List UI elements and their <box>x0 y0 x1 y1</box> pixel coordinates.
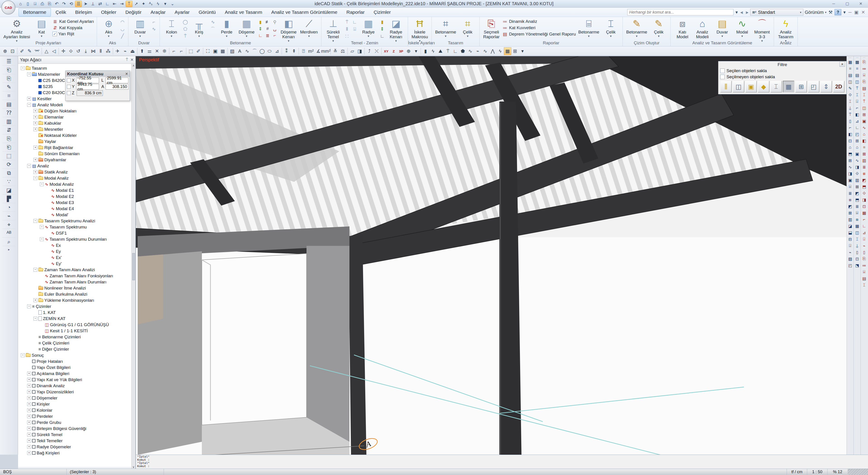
quick-analysis-icon[interactable]: ϟ <box>155 1 161 7</box>
right-tool-icon-1-23[interactable]: ◩ <box>847 203 854 210</box>
tree-item-modal-e3[interactable]: ∿Modal E3 <box>20 200 131 206</box>
tree-item-ba-kiri-leri[interactable]: +Bağ Kirişleri <box>20 450 131 456</box>
toolbar-profile-select[interactable]: ⊠ᵈ Standart ▾ <box>750 9 803 16</box>
tree-item-tasar-m-spektrumu[interactable]: −∿Tasarım Spektrumu <box>20 224 131 230</box>
right-tool-icon-3-3[interactable]: ⌸ <box>861 72 868 79</box>
tree-item-dsf1[interactable]: ∿DSF1 <box>20 230 131 236</box>
right-tool-icon-1-17[interactable]: ∿ <box>847 164 854 170</box>
tree-item-ey[interactable]: ∿Ey' <box>20 261 131 267</box>
new-file-icon[interactable]: ▯ <box>24 1 31 7</box>
right-tool-icon-1-8[interactable]: ⍊ <box>847 105 854 111</box>
left-tool-icon-1[interactable]: ☰ <box>2 57 16 66</box>
toolbar-icon[interactable]: ⌐ <box>178 47 185 55</box>
ribbon-button-radye-kenar[interactable]: ◪Radye Kenarı▼ <box>386 18 406 43</box>
tree-item-modal-analiz[interactable]: −Modal Analiz <box>20 175 131 181</box>
tree-item-mesnetler[interactable]: +Mesnetler <box>20 126 131 132</box>
right-tool-icon-3-13[interactable]: ◧ <box>861 138 868 144</box>
close-button[interactable]: ✕ <box>855 1 867 7</box>
right-tool-icon-3-28[interactable]: ⍗ <box>861 236 868 242</box>
toolbar-icon[interactable]: ✛ <box>60 47 67 55</box>
right-tool-icon-2-31[interactable]: ⊡ <box>854 256 861 262</box>
toolbar-grip[interactable]: ⋯ <box>863 57 866 59</box>
toolbar-icon[interactable]: A <box>236 47 243 55</box>
right-tool-icon-2-8[interactable]: ⌐ <box>854 105 861 111</box>
right-tool-icon-1-5[interactable]: ✎ <box>847 85 854 92</box>
ribbon-button-elik[interactable]: ⌗Çelik▼ <box>458 18 477 38</box>
right-tool-icon-2-14[interactable]: ⌂ <box>854 144 861 151</box>
right-tool-icon-3-34[interactable]: ▤ <box>861 275 868 282</box>
toolbar-icon[interactable]: mm² <box>322 47 330 55</box>
slab-corner-icon[interactable]: ∟ <box>257 32 264 39</box>
tree-item-yap-d-zensizlikleri[interactable]: +Yapı Düzensizlikleri <box>20 389 131 395</box>
left-tool-icon-19[interactable]: ⌁ <box>2 212 16 220</box>
right-tool-icon-1-14[interactable]: ⌂ <box>847 144 854 151</box>
right-tool-icon-2-9[interactable]: ◧ <box>854 111 861 118</box>
tree-expander-icon[interactable]: + <box>27 414 31 418</box>
right-tool-icon-1-10[interactable]: ▯ <box>847 118 854 124</box>
tree-item-di-er-izimler[interactable]: ≡Diğer Çizimler <box>20 346 131 352</box>
right-tool-icon-2-29[interactable]: ⍊ <box>854 242 861 249</box>
ribbon-button-kolon[interactable]: ⌶Kolon▼ <box>162 18 181 38</box>
tree-item-tasar-m-spektrumu-analizi[interactable]: −Tasarım Spektrumu Analizi <box>20 218 131 224</box>
right-tool-icon-2-21[interactable]: ◩ <box>854 190 861 197</box>
z-coordinate-field[interactable]: 836.9 cm <box>76 90 103 96</box>
tree-item-yaylar[interactable]: Yaylar <box>20 139 131 145</box>
toolbar-icon[interactable]: ◁ <box>50 47 58 55</box>
left-tool-icon-18[interactable]: ◔ <box>2 203 16 212</box>
tree-expander-icon[interactable]: + <box>33 121 37 125</box>
status-unit[interactable]: tf / cm <box>786 469 807 475</box>
right-tool-icon-3-35[interactable]: ⌶ <box>861 282 868 288</box>
right-tool-icon-2-23[interactable]: ≣ <box>854 203 861 210</box>
ribbon-button-radye[interactable]: ▦Radye▼ <box>359 18 378 38</box>
tree-expander-icon[interactable]: + <box>27 426 31 431</box>
tree-expander-icon[interactable]: − <box>27 304 31 308</box>
tree-expander-icon[interactable]: + <box>33 298 37 302</box>
length-field[interactable]: 2599.91 cm <box>105 78 128 83</box>
ribbon-button-analiz-tasar-m[interactable]: ϟAnaliz Tasarım▼ <box>776 18 796 43</box>
help-button[interactable]: ? <box>835 9 841 16</box>
tree-item-y-kleme-kombinasyonlar[interactable]: +Yükleme Kombinasyonları <box>20 297 131 303</box>
toolbar-icon[interactable]: ⌁ <box>474 47 482 55</box>
close-icon[interactable]: ✕ <box>839 62 845 67</box>
tree-item-d-emeler[interactable]: +Döşemeler <box>20 395 131 401</box>
tree-item-zaman-tan-m-alan-durumlar[interactable]: ∿Zaman Tanım Alanı Durumları <box>20 279 131 285</box>
right-tool-icon-2-24[interactable]: ⌸ <box>854 210 861 216</box>
raft-capsule-icon[interactable]: ▮ <box>379 19 385 25</box>
left-tool-icon-22[interactable]: ⌕ <box>2 237 16 246</box>
toolbar-icon[interactable]: ⁂ <box>104 47 112 55</box>
layers-icon[interactable]: ⫷ <box>740 10 744 15</box>
right-tool-icon-1-19[interactable]: ▣ <box>847 177 854 183</box>
command-search-input[interactable] <box>627 9 734 16</box>
tree-item-yap-zet-bilgileri[interactable]: Yapı Özet Bilgileri <box>20 364 131 370</box>
osnap-star-icon[interactable]: ✦ <box>140 1 147 7</box>
right-tool-icon-1-3[interactable]: ▤ <box>847 72 854 79</box>
tree-expander-icon[interactable]: − <box>27 72 31 76</box>
tree-item-statik-analiz[interactable]: +Statik Analiz <box>20 169 131 175</box>
left-tool-icon-12[interactable]: ⬚ <box>2 152 16 160</box>
right-tool-icon-2-32[interactable]: ⬔ <box>854 262 861 269</box>
tree-expander-icon[interactable]: − <box>21 353 25 357</box>
tree-item-modal-e1[interactable]: ∿Modal E1 <box>20 187 131 194</box>
tree-item-perde-grubu[interactable]: +Perde Grubu <box>20 419 131 425</box>
menu-ayarlar[interactable]: Ayarlar <box>170 8 194 16</box>
ribbon-row-kat-kopyala[interactable]: ⇵Kat Kopyala <box>53 25 94 31</box>
toolbar-icon[interactable]: ⋀ <box>489 47 496 55</box>
right-tool-icon-2-12[interactable]: ◰ <box>854 131 861 138</box>
tree-expander-icon[interactable]: − <box>33 219 37 223</box>
menu-betonarme[interactable]: Betonarme <box>19 8 51 17</box>
tree-expander-icon[interactable]: + <box>27 439 31 443</box>
toolbar-grip[interactable]: ⋯ <box>856 57 859 59</box>
toolbar-icon[interactable]: ↺ <box>74 47 82 55</box>
hide-unselected-row[interactable]: Seçilmeyen objeleri sakla <box>720 74 844 80</box>
toolbar-icon[interactable]: ∟ <box>452 47 459 55</box>
coordinate-box-dialog[interactable]: Koordinat Kutusu ✕ X -752.55 cm L 2599.9… <box>65 70 130 101</box>
tree-expander-icon[interactable]: + <box>33 158 37 162</box>
ribbon-button-d-eme[interactable]: ▦Döşeme▼ <box>237 18 256 38</box>
menu-izimler[interactable]: Çizimler <box>369 8 395 16</box>
right-tool-icon-2-7[interactable]: ⍗ <box>854 98 861 105</box>
snap-icon[interactable]: ⍡ <box>126 1 132 7</box>
tree-expander-icon[interactable]: + <box>27 445 31 449</box>
right-tool-icon-1-13[interactable]: ⊡ <box>847 138 854 144</box>
y-lock-checkbox[interactable] <box>67 85 71 89</box>
dim-left-icon[interactable]: ⇤ <box>111 1 118 7</box>
